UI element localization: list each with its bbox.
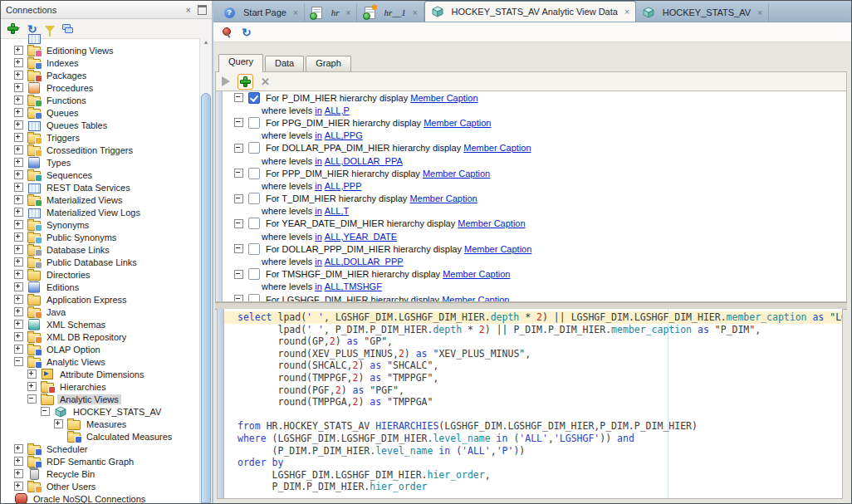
expander-plus-icon[interactable] <box>14 108 23 117</box>
tree-item-recycle-bin[interactable]: Recycle Bin <box>1 467 200 480</box>
member-caption-link[interactable]: Member Caption <box>423 169 490 179</box>
tree-item-olap-option[interactable]: OLAP Option <box>1 343 200 355</box>
tree-item-java[interactable]: Java <box>1 306 200 318</box>
hierarchy-checkbox[interactable] <box>248 117 260 129</box>
expander-plus-icon[interactable] <box>14 457 23 466</box>
hierarchy-checkbox[interactable] <box>248 218 260 229</box>
levels-link[interactable]: ALL,YEAR_DATE <box>325 232 397 242</box>
expander-minus-icon[interactable] <box>27 394 37 404</box>
in-link[interactable]: in <box>315 181 322 191</box>
tree-item-rest-data-services[interactable]: REST Data Services <box>1 181 200 193</box>
tree-item-measures[interactable]: Measures <box>1 418 200 430</box>
tree-item-directories[interactable]: Directories <box>1 268 200 281</box>
expander-plus-icon[interactable] <box>14 120 23 130</box>
expander-plus-icon[interactable] <box>27 382 37 391</box>
tree-item-indexes[interactable]: Indexes <box>1 56 200 69</box>
expander-plus-icon[interactable] <box>27 369 37 379</box>
hierarchy-checkbox[interactable] <box>248 268 260 280</box>
tree-item-triggers[interactable]: Triggers <box>1 131 200 144</box>
close-icon[interactable]: × <box>293 8 298 17</box>
pin-icon[interactable] <box>222 27 232 38</box>
expander-plus-icon[interactable] <box>14 232 23 242</box>
tree-item-materialized-view-logs[interactable]: Materialized View Logs <box>1 206 200 218</box>
tree-item-other-users[interactable]: Other Users <box>1 480 200 492</box>
tree-item-public-synonyms[interactable]: Public Synonyms <box>1 231 200 243</box>
hierarchy-checkbox[interactable] <box>248 193 260 204</box>
expander-plus-icon[interactable] <box>14 208 23 217</box>
tree-item-rdf-semantic-graph[interactable]: RDF Semantic Graph <box>1 455 200 467</box>
hierarchy-checkbox[interactable] <box>248 243 260 255</box>
expander-minus-icon[interactable] <box>234 270 243 279</box>
expander-minus-icon[interactable] <box>234 295 243 302</box>
tab-data[interactable]: Data <box>265 56 304 72</box>
expander-plus-icon[interactable] <box>14 245 23 254</box>
hierarchy-checkbox[interactable] <box>248 92 260 104</box>
tab-start-page[interactable]: ?Start Page× <box>217 3 305 22</box>
tree-item-editioning-views[interactable]: Editioning Views <box>1 44 200 56</box>
expander-minus-icon[interactable] <box>234 144 243 153</box>
expander-plus-icon[interactable] <box>14 307 23 316</box>
hierarchy-list-scrollbar[interactable] <box>216 91 223 301</box>
tree-item-hockey-stats-av[interactable]: HOCKEY_STATS_AV <box>1 405 200 418</box>
expander-plus-icon[interactable] <box>14 158 23 167</box>
expander-plus-icon[interactable] <box>14 58 23 67</box>
tree-item-sequences[interactable]: Sequences <box>1 169 200 181</box>
tree-item-xml-schemas[interactable]: XML Schemas <box>1 318 200 330</box>
expander-plus-icon[interactable] <box>14 95 23 105</box>
expander-plus-icon[interactable] <box>14 183 23 192</box>
hierarchy-checkbox[interactable] <box>248 294 260 302</box>
expander-plus-icon[interactable] <box>14 320 23 329</box>
tree-item-oracle-nosql-connections[interactable]: Oracle NoSQL Connections <box>1 492 200 503</box>
tree-item-attribute-dimensions[interactable]: Attribute Dimensions <box>1 368 200 380</box>
tab-hr-1[interactable]: ✱hr__1× <box>357 3 424 22</box>
close-icon[interactable]: × <box>346 8 351 17</box>
member-caption-link[interactable]: Member Caption <box>424 118 491 128</box>
expander-minus-icon[interactable] <box>234 244 243 253</box>
tree-item-editions[interactable]: Editions <box>1 281 200 293</box>
levels-link[interactable]: ALL,TMSHGF <box>325 281 382 291</box>
levels-link[interactable]: ALL,PPG <box>325 130 363 140</box>
levels-link[interactable]: ALL,DOLLAR_PPA <box>325 156 403 166</box>
expander-plus-icon[interactable] <box>14 71 23 80</box>
expander-plus-icon[interactable] <box>14 482 23 491</box>
scroll-up-icon[interactable]: ▲ <box>200 38 212 46</box>
expander-minus-icon[interactable] <box>234 169 243 178</box>
hierarchy-checkbox[interactable] <box>248 168 260 179</box>
tree-item-functions[interactable]: Functions <box>1 94 200 106</box>
member-caption-link[interactable]: Member Caption <box>464 244 531 254</box>
expander-minus-icon[interactable] <box>234 118 243 127</box>
expander-plus-icon[interactable] <box>14 220 23 229</box>
in-link[interactable]: in <box>315 156 322 166</box>
tab-graph[interactable]: Graph <box>306 56 351 72</box>
tree-item-analytic-views[interactable]: Analytic Views <box>1 393 200 405</box>
tree-item-database-links[interactable]: Database Links <box>1 243 200 256</box>
tree-item-types[interactable]: Types <box>1 156 200 169</box>
expander-plus-icon[interactable] <box>14 332 23 341</box>
refresh-icon[interactable]: ↻ <box>242 27 252 37</box>
tree-item-procedures[interactable]: Procedures <box>1 81 200 94</box>
levels-link[interactable]: ALL,PPP <box>325 181 362 191</box>
expander-minus-icon[interactable] <box>41 407 50 416</box>
expander-plus-icon[interactable] <box>14 257 23 267</box>
in-link[interactable]: in <box>315 206 322 216</box>
expander-plus-icon[interactable] <box>14 469 23 478</box>
expander-plus-icon[interactable] <box>14 133 23 142</box>
member-caption-link[interactable]: Member Caption <box>458 218 525 228</box>
member-caption-link[interactable]: Member Caption <box>409 193 477 203</box>
tree-item-application-express[interactable]: Application Express <box>1 293 200 306</box>
expander-minus-icon[interactable] <box>234 93 243 102</box>
expander-plus-icon[interactable] <box>54 419 63 428</box>
expander-plus-icon[interactable] <box>14 46 23 55</box>
member-caption-link[interactable]: Member Caption <box>410 93 477 103</box>
close-icon[interactable]: × <box>624 7 629 17</box>
in-link[interactable]: in <box>315 105 322 115</box>
close-icon[interactable]: × <box>757 8 762 17</box>
in-link[interactable]: in <box>315 232 322 242</box>
tree-item-queues[interactable]: Queues <box>1 106 200 119</box>
tree-item-calculated-measures[interactable]: Calculated Measures <box>1 430 200 443</box>
tree-item-analytic-views[interactable]: Analytic Views <box>1 355 200 368</box>
expander-plus-icon[interactable] <box>14 195 23 204</box>
sql-code[interactable]: select lpad(' ', LGSHGF_DIM.LGSHGF_DIM_H… <box>224 311 842 493</box>
scrollbar-thumb[interactable] <box>201 93 211 503</box>
expander-plus-icon[interactable] <box>14 270 23 279</box>
